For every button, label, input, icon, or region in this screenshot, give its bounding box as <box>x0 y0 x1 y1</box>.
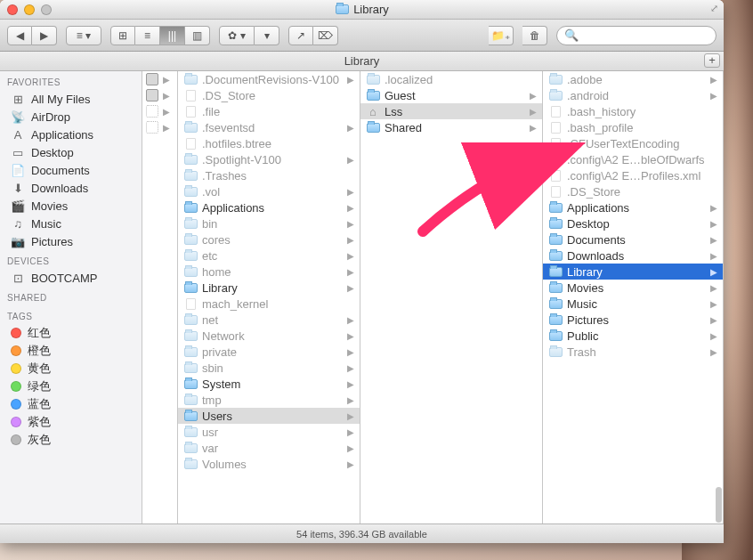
list-item[interactable]: ▶ <box>142 87 177 103</box>
sidebar-item[interactable]: ▭Desktop <box>0 143 142 161</box>
list-item[interactable]: .file <box>178 103 360 119</box>
list-item[interactable]: Documents▶ <box>543 231 723 248</box>
view-icons-button[interactable]: ⊞ <box>110 26 135 45</box>
search-input[interactable] <box>579 29 708 42</box>
list-item[interactable]: .bash_profile <box>543 119 723 135</box>
column-2[interactable]: .DocumentRevisions-V100▶.DS_Store.file.f… <box>178 71 360 523</box>
trash-button[interactable]: 🗑 <box>522 26 547 45</box>
list-item[interactable]: Library▶ <box>178 280 360 296</box>
list-item[interactable]: ▶ <box>142 71 177 87</box>
list-item[interactable]: .DS_Store <box>178 87 360 103</box>
list-item[interactable]: .DocumentRevisions-V100▶ <box>178 71 360 87</box>
list-item[interactable]: net▶ <box>178 312 360 328</box>
sidebar-item[interactable]: ⊡BOOTCAMP <box>0 269 142 287</box>
list-item[interactable]: System▶ <box>178 376 360 392</box>
list-item[interactable]: ⌂Lss▶ <box>360 103 542 119</box>
item-label: .vol <box>202 185 220 199</box>
sidebar-item[interactable]: ⬇Downloads <box>0 179 142 197</box>
list-item[interactable]: ▶ <box>142 119 177 135</box>
sidebar-item[interactable]: 绿色 <box>0 377 142 395</box>
tags-button[interactable]: ⌦ <box>313 26 338 45</box>
sidebar-item[interactable]: 橙色 <box>0 342 142 360</box>
list-item[interactable]: etc▶ <box>178 248 360 264</box>
list-item[interactable]: .config\A2 E…Profiles.xml <box>543 167 723 183</box>
list-item[interactable]: cores▶ <box>178 231 360 248</box>
list-item[interactable]: Pictures▶ <box>543 312 723 328</box>
column-1[interactable]: ▶▶▶▶ <box>142 71 178 523</box>
list-item[interactable]: Users▶ <box>178 408 360 424</box>
list-item[interactable]: Music▶ <box>543 296 723 312</box>
list-item[interactable]: ▶ <box>142 103 177 119</box>
chevron-right-icon: ▶ <box>530 123 540 133</box>
list-item[interactable]: Applications▶ <box>178 199 360 215</box>
search-field[interactable]: 🔍 <box>556 26 717 45</box>
scrollbar[interactable] <box>716 487 722 523</box>
list-item[interactable]: .bash_history <box>543 103 723 119</box>
sidebar-item[interactable]: 📡AirDrop <box>0 108 142 126</box>
list-item[interactable]: .adobe▶ <box>543 71 723 87</box>
list-item[interactable]: .localized <box>360 71 542 87</box>
view-coverflow-button[interactable]: ▥ <box>185 26 210 45</box>
titlebar[interactable]: Library ⤢ <box>0 0 724 20</box>
sidebar-item[interactable]: 📄Documents <box>0 161 142 179</box>
nav-back-button[interactable]: ◀ <box>7 26 32 45</box>
column-3[interactable]: .localizedGuest▶⌂Lss▶Shared▶ <box>360 71 543 523</box>
path-menu-button[interactable]: ≡ ▾ <box>66 26 101 45</box>
list-item[interactable]: Movies▶ <box>543 280 723 296</box>
sidebar-item[interactable]: 黄色 <box>0 360 142 377</box>
sidebar-item-label: AirDrop <box>31 110 70 124</box>
list-item[interactable]: usr▶ <box>178 424 360 440</box>
list-item[interactable]: Downloads▶ <box>543 248 723 264</box>
list-item[interactable]: Network▶ <box>178 328 360 344</box>
newfolder-button[interactable]: 📁₊ <box>489 26 514 45</box>
list-item[interactable]: Applications▶ <box>543 199 723 215</box>
view-list-button[interactable]: ≡ <box>135 26 160 45</box>
list-item[interactable]: Library▶ <box>543 264 723 280</box>
item-label: Music <box>567 297 597 311</box>
sidebar-item[interactable]: 蓝色 <box>0 395 142 413</box>
list-item[interactable]: Guest▶ <box>360 87 542 103</box>
list-item[interactable]: .config\A2 E…bleOfDwarfs <box>543 151 723 167</box>
list-item[interactable]: Shared▶ <box>360 119 542 135</box>
list-item[interactable]: tmp▶ <box>178 392 360 408</box>
arrange-menu-button[interactable]: ▾ <box>255 26 279 45</box>
list-item[interactable]: .Spotlight-V100▶ <box>178 151 360 167</box>
list-item[interactable]: .hotfiles.btree <box>178 135 360 151</box>
list-item[interactable]: .fseventsd▶ <box>178 119 360 135</box>
list-item[interactable]: home▶ <box>178 264 360 280</box>
list-item[interactable]: Volumes▶ <box>178 456 360 472</box>
list-item[interactable]: var▶ <box>178 440 360 456</box>
sidebar-item[interactable]: 📷Pictures <box>0 232 142 250</box>
item-label: private <box>202 345 237 359</box>
chevron-right-icon: ▶ <box>163 107 174 117</box>
list-item[interactable]: .android▶ <box>543 87 723 103</box>
list-item[interactable]: .Trashes <box>178 167 360 183</box>
list-item[interactable]: private▶ <box>178 344 360 360</box>
list-item[interactable]: Trash▶ <box>543 344 723 360</box>
list-item[interactable]: sbin▶ <box>178 360 360 376</box>
sidebar-item[interactable]: 灰色 <box>0 431 142 449</box>
action-menu-button[interactable]: ✿ ▾ <box>219 26 255 45</box>
sidebar-item[interactable]: AApplications <box>0 126 142 143</box>
sidebar-item[interactable]: 红色 <box>0 324 142 342</box>
list-item[interactable]: .CFUserTextEncoding <box>543 135 723 151</box>
column-4[interactable]: .adobe▶.android▶.bash_history.bash_profi… <box>543 71 724 523</box>
list-item[interactable]: mach_kernel <box>178 296 360 312</box>
list-item[interactable]: .DS_Store <box>543 183 723 199</box>
sidebar-item[interactable]: 紫色 <box>0 413 142 431</box>
list-item[interactable]: .vol▶ <box>178 183 360 199</box>
item-label: Trash <box>567 345 596 359</box>
item-label: .CFUserTextEncoding <box>567 137 679 150</box>
item-label: .bash_history <box>567 105 636 118</box>
sidebar-item[interactable]: 🎬Movies <box>0 197 142 215</box>
share-button[interactable]: ↗ <box>288 26 313 45</box>
pathbar-add-button[interactable]: + <box>704 53 720 68</box>
list-item[interactable]: Public▶ <box>543 328 723 344</box>
sidebar-item[interactable]: ♫Music <box>0 215 142 232</box>
view-columns-button[interactable]: ||| <box>160 26 185 45</box>
list-item[interactable]: Desktop▶ <box>543 215 723 231</box>
fullscreen-icon[interactable]: ⤢ <box>710 3 718 14</box>
sidebar-item[interactable]: ⊞All My Files <box>0 90 142 108</box>
list-item[interactable]: bin▶ <box>178 215 360 231</box>
nav-forward-button[interactable]: ▶ <box>32 26 57 45</box>
